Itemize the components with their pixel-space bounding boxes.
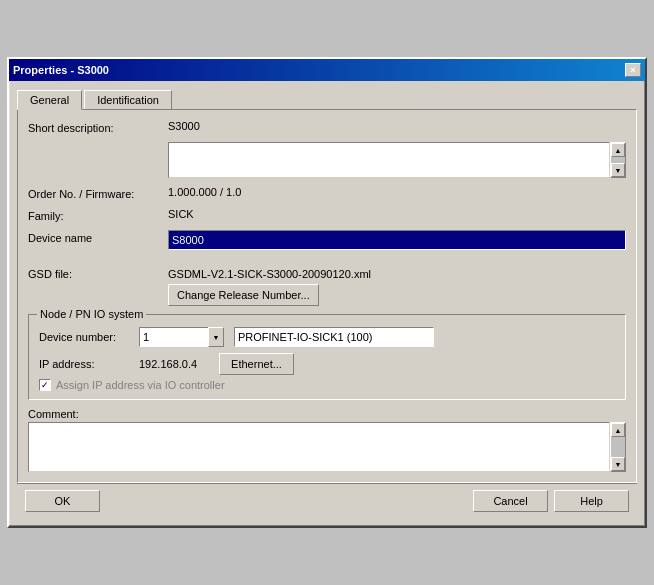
assign-ip-row: ✓ Assign IP address via IO controller	[39, 379, 615, 391]
comment-section: Comment: ▲ ▼	[28, 408, 626, 472]
device-number-dropdown[interactable]	[139, 327, 209, 347]
gsd-file-row: GSD file: GSDML-V2.1-SICK-S3000-20090120…	[28, 268, 626, 280]
bottom-bar: OK Cancel Help	[17, 483, 637, 518]
groupbox-title: Node / PN IO system	[37, 308, 146, 320]
properties-window: Properties - S3000 × General Identificat…	[7, 57, 647, 528]
ok-button[interactable]: OK	[25, 490, 100, 512]
order-firmware-row: Order No. / Firmware: 1.000.000 / 1.0	[28, 186, 626, 200]
cancel-button[interactable]: Cancel	[473, 490, 548, 512]
comment-box-wrapper: ▲ ▼	[28, 422, 626, 472]
comment-scroll-up[interactable]: ▲	[611, 423, 625, 437]
short-description-textarea-wrapper: ▲ ▼	[168, 142, 626, 178]
device-name-input-wrapper	[168, 230, 626, 250]
profinet-input[interactable]	[234, 327, 434, 347]
comment-scroll-down[interactable]: ▼	[611, 457, 625, 471]
gsd-file-label: GSD file:	[28, 268, 168, 280]
bottom-right-buttons: Cancel Help	[473, 490, 629, 512]
change-release-button[interactable]: Change Release Number...	[168, 284, 319, 306]
ip-address-value: 192.168.0.4	[139, 358, 219, 370]
tab-content-general: Short description: S3000 ▲ ▼ Order No. /…	[17, 109, 637, 483]
device-name-row: Device name	[28, 230, 626, 250]
window-body: General Identification Short description…	[9, 81, 645, 526]
short-description-textarea-row: ▲ ▼	[28, 142, 626, 178]
short-description-label: Short description:	[28, 120, 168, 134]
tab-identification[interactable]: Identification	[84, 90, 172, 110]
device-name-label: Device name	[28, 230, 168, 244]
bottom-left-buttons: OK	[25, 490, 100, 512]
comment-scrollbar: ▲ ▼	[610, 422, 626, 472]
title-bar-controls: ×	[625, 63, 641, 77]
close-button[interactable]: ×	[625, 63, 641, 77]
device-number-row: Device number: ▼	[39, 327, 615, 347]
device-number-label: Device number:	[39, 331, 139, 343]
short-description-value: S3000	[168, 120, 626, 132]
dropdown-wrapper: ▼	[139, 327, 224, 347]
short-description-textarea[interactable]	[168, 142, 610, 178]
scroll-down-btn[interactable]: ▼	[611, 163, 625, 177]
comment-scroll-track	[611, 437, 625, 457]
family-row: Family: SICK	[28, 208, 626, 222]
groupbox-inner: Device number: ▼ IP address: 192.168.0.4…	[39, 327, 615, 391]
family-label: Family:	[28, 208, 168, 222]
ip-address-label: IP address:	[39, 358, 139, 370]
device-name-input[interactable]	[168, 230, 626, 250]
tab-general[interactable]: General	[17, 90, 82, 110]
family-value: SICK	[168, 208, 626, 220]
window-title: Properties - S3000	[13, 64, 109, 76]
tabs-container: General Identification	[17, 89, 637, 109]
comment-textarea[interactable]	[28, 422, 610, 472]
ip-address-row: IP address: 192.168.0.4 Ethernet...	[39, 353, 615, 375]
ethernet-button[interactable]: Ethernet...	[219, 353, 294, 375]
comment-label: Comment:	[28, 408, 626, 420]
order-firmware-label: Order No. / Firmware:	[28, 186, 168, 200]
order-firmware-value: 1.000.000 / 1.0	[168, 186, 626, 198]
dropdown-arrow-icon[interactable]: ▼	[208, 327, 224, 347]
gsd-file-value: GSDML-V2.1-SICK-S3000-20090120.xml	[168, 268, 371, 280]
assign-ip-checkbox[interactable]: ✓	[39, 379, 51, 391]
short-description-scrollbar: ▲ ▼	[610, 142, 626, 178]
help-button[interactable]: Help	[554, 490, 629, 512]
scroll-up-btn[interactable]: ▲	[611, 143, 625, 157]
assign-ip-label: Assign IP address via IO controller	[56, 379, 225, 391]
short-description-row: Short description: S3000	[28, 120, 626, 134]
title-bar: Properties - S3000 ×	[9, 59, 645, 81]
node-pn-groupbox: Node / PN IO system Device number: ▼ IP …	[28, 314, 626, 400]
